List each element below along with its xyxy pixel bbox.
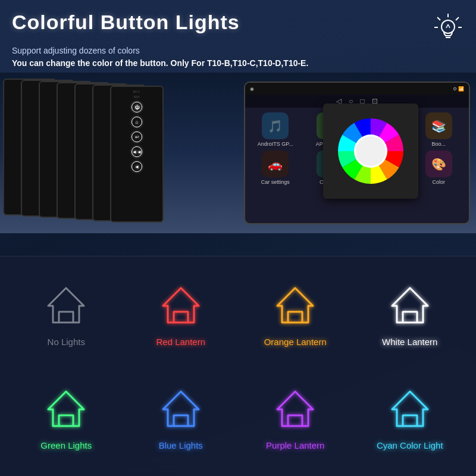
svg-line-9	[448, 24, 450, 28]
android-topbar: ◉ ⚙ 📶	[245, 83, 469, 95]
bulb-icon	[431, 11, 464, 43]
lights-panel: No Lights Red Lantern Orange Lantern Whi…	[0, 256, 476, 476]
house-icon-orange-lantern	[271, 282, 319, 330]
svg-line-8	[446, 24, 448, 28]
light-item-green-lights[interactable]: Green Lights	[12, 369, 121, 468]
svg-point-5	[441, 20, 455, 33]
app-label-0: AndroITS GP...	[258, 141, 293, 147]
light-label-green-lights: Green Lights	[40, 440, 92, 450]
light-label-red-lantern: Red Lantern	[156, 337, 205, 347]
light-label-white-lantern: White Lantern	[382, 337, 437, 347]
app-icon-7: 🎨	[425, 151, 452, 177]
screen-layers: MICRST⏻⌂↩◄◄◄MICRST⏻⌂↩◄◄◄MICRST⏻⌂↩◄◄◄MICR…	[3, 79, 235, 230]
light-item-white-lantern[interactable]: White Lantern	[356, 265, 465, 364]
light-item-no-lights[interactable]: No Lights	[12, 265, 121, 364]
light-label-blue-lights: Blue Lights	[159, 440, 203, 450]
light-item-cyan-color-light[interactable]: Cyan Color Light	[356, 369, 465, 468]
color-wheel-svg	[329, 109, 412, 193]
svg-point-11	[356, 136, 386, 166]
light-item-purple-lantern[interactable]: Purple Lantern	[241, 369, 350, 468]
screens-container: MICRST⏻⌂↩◄◄◄MICRST⏻⌂↩◄◄◄MICRST⏻⌂↩◄◄◄MICR…	[3, 79, 235, 230]
app-icon-0: 🎵	[262, 112, 289, 139]
house-icon-purple-lantern	[271, 386, 319, 433]
house-icon-green-lights	[42, 386, 90, 433]
tagline: You can change the color of the button. …	[12, 58, 464, 68]
light-label-orange-lantern: Orange Lantern	[264, 337, 327, 347]
app-label-7: Color	[432, 179, 445, 185]
light-item-red-lantern[interactable]: Red Lantern	[127, 265, 236, 364]
device-area: MICRST⏻⌂↩◄◄◄MICRST⏻⌂↩◄◄◄MICRST⏻⌂↩◄◄◄MICR…	[0, 73, 476, 233]
app-item-3[interactable]: 📚Boo...	[414, 112, 465, 147]
page-title: Colorful Button Lights	[12, 11, 240, 34]
light-label-cyan-color-light: Cyan Color Light	[377, 440, 443, 450]
app-icon-4: 🚗	[262, 151, 289, 177]
app-item-4[interactable]: 🚗Car settings	[250, 151, 301, 185]
house-icon-no-lights	[42, 282, 90, 330]
light-label-purple-lantern: Purple Lantern	[266, 440, 324, 450]
light-item-orange-lantern[interactable]: Orange Lantern	[241, 265, 350, 364]
svg-line-3	[437, 17, 440, 20]
light-item-blue-lights[interactable]: Blue Lights	[127, 369, 236, 468]
title-row: Colorful Button Lights	[12, 11, 464, 43]
house-icon-red-lantern	[157, 282, 205, 330]
app-label-3: Boo...	[431, 141, 446, 147]
house-icon-cyan-color-light	[386, 386, 434, 433]
house-icon-blue-lights	[157, 386, 205, 433]
app-item-7[interactable]: 🎨Color	[414, 151, 465, 185]
app-label-4: Car settings	[261, 179, 290, 185]
app-icon-3: 📚	[425, 112, 452, 139]
header-section: Colorful Button Lights Support adjusting…	[0, 0, 476, 73]
android-screen[interactable]: ◉ ⚙ 📶 ◁ ○ □ ⊡ 🎵AndroITS GP...🤖APK insta.…	[244, 82, 470, 224]
house-icon-white-lantern	[386, 282, 434, 330]
subtitle: Support adjusting dozens of colors	[12, 46, 464, 55]
lights-grid: No Lights Red Lantern Orange Lantern Whi…	[12, 265, 464, 467]
screen-6: MICRST⏻⌂↩◄◄◄	[110, 86, 164, 223]
color-wheel-popup[interactable]	[323, 104, 418, 199]
light-label-no-lights: No Lights	[48, 337, 85, 347]
app-item-0[interactable]: 🎵AndroITS GP...	[250, 112, 301, 147]
svg-line-1	[456, 17, 459, 20]
